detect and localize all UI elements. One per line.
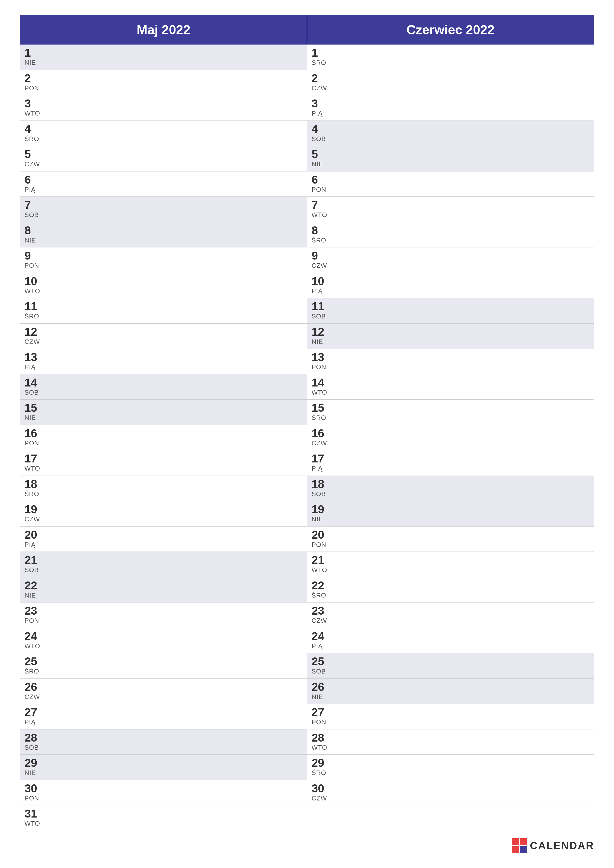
day-name: ŚRO [25,135,303,143]
day-name: ŚRO [312,414,590,422]
day-cell-czerwiec-6: 6PON [307,171,594,197]
day-cell-maj-17: 17WTO [20,450,307,476]
table-row: 4ŚRO4SOB [20,121,594,146]
day-number: 10 [312,275,590,287]
table-row: 14SOB14WTO [20,374,594,400]
day-number: 12 [25,326,303,338]
day-name: SOB [312,135,590,143]
table-row: 10WTO10PIĄ [20,273,594,298]
day-cell-czerwiec-19: 19NIE [307,501,594,527]
day-cell-czerwiec-22: 22ŚRO [307,577,594,603]
day-cell-czerwiec-15: 15ŚRO [307,400,594,425]
day-number: 21 [25,554,303,566]
day-number: 17 [25,453,303,464]
day-cell-maj-30: 30PON [20,780,307,805]
day-name: WTO [25,287,303,295]
day-cell-czerwiec-23: 23CZW [307,603,594,628]
day-cell-maj-5: 5CZW [20,146,307,172]
day-cell-maj-8: 8NIE [20,222,307,248]
day-number: 30 [25,783,303,794]
day-cell-maj-9: 9PON [20,248,307,273]
day-name: WTO [312,211,590,219]
day-cell-czerwiec-21: 21WTO [307,552,594,577]
table-row: 6PIĄ6PON [20,171,594,197]
day-cell-czerwiec-3: 3PIĄ [307,95,594,121]
day-name: PON [312,718,590,726]
day-name: PIĄ [25,718,303,726]
brand-icon [512,838,527,853]
day-name: SOB [25,566,303,574]
day-name: NIE [25,592,303,599]
day-name: PIĄ [25,186,303,194]
day-name: PON [25,262,303,270]
day-cell-czerwiec-27: 27PON [307,704,594,729]
table-row: 24WTO24PIĄ [20,628,594,653]
day-number: 9 [25,250,303,261]
day-name: ŚRO [312,592,590,599]
day-number: 16 [312,428,590,439]
day-name: NIE [312,693,590,701]
day-name: ŚRO [25,490,303,498]
day-name: WTO [25,820,303,828]
day-name: NIE [25,769,303,777]
table-row: 17WTO17PIĄ [20,450,594,476]
day-cell-maj-18: 18ŚRO [20,476,307,501]
day-number: 15 [312,402,590,414]
day-name: PON [25,617,303,625]
day-cell-maj-11: 11ŚRO [20,298,307,324]
day-number: 18 [25,478,303,490]
day-name: PON [25,795,303,802]
day-cell-maj-16: 16PON [20,425,307,450]
day-number: 14 [312,377,590,388]
day-name: WTO [312,744,590,752]
day-name: NIE [25,237,303,244]
day-cell-maj-14: 14SOB [20,374,307,400]
day-number: 26 [25,681,303,693]
table-row: 18ŚRO18SOB [20,476,594,501]
day-number: 13 [312,351,590,363]
day-number: 20 [25,529,303,540]
day-number: 1 [25,47,303,58]
day-number: 31 [25,808,303,819]
day-name: CZW [312,795,590,802]
day-number: 8 [25,225,303,236]
brand-text: CALENDAR [530,840,594,852]
table-row: 13PIĄ13PON [20,349,594,374]
day-number: 29 [312,757,590,769]
day-number: 9 [312,250,590,261]
day-name: PON [312,363,590,371]
day-number: 5 [312,149,590,160]
table-row: 1NIE1ŚRO [20,44,594,70]
day-cell-maj-12: 12CZW [20,323,307,349]
svg-rect-0 [512,838,519,845]
day-number: 23 [25,605,303,616]
day-name: SOB [312,668,590,675]
day-name: CZW [312,617,590,625]
day-name: PIĄ [312,642,590,650]
day-cell-maj-20: 20PIĄ [20,526,307,552]
day-name: SOB [25,211,303,219]
day-number: 27 [312,707,590,718]
table-row: 29NIE29ŚRO [20,755,594,780]
day-cell-czerwiec-8: 8ŚRO [307,222,594,248]
day-name: SOB [312,313,590,320]
day-cell-czerwiec-14: 14WTO [307,374,594,400]
day-cell-maj-6: 6PIĄ [20,171,307,197]
day-number: 22 [312,580,590,591]
table-row: 23PON23CZW [20,603,594,628]
day-number: 28 [312,732,590,743]
day-name: ŚRO [312,237,590,244]
day-number: 19 [312,504,590,515]
day-cell-czerwiec-25: 25SOB [307,653,594,679]
day-number: 5 [25,149,303,160]
day-name: CZW [25,515,303,523]
day-cell-maj-15: 15NIE [20,400,307,425]
day-number: 6 [312,174,590,185]
table-row: 25ŚRO25SOB [20,653,594,679]
table-row: 11ŚRO11SOB [20,298,594,324]
day-cell-maj-4: 4ŚRO [20,121,307,146]
day-number: 21 [312,554,590,566]
day-name: CZW [312,262,590,270]
day-cell-maj-1: 1NIE [20,44,307,70]
day-name: ŚRO [25,668,303,675]
